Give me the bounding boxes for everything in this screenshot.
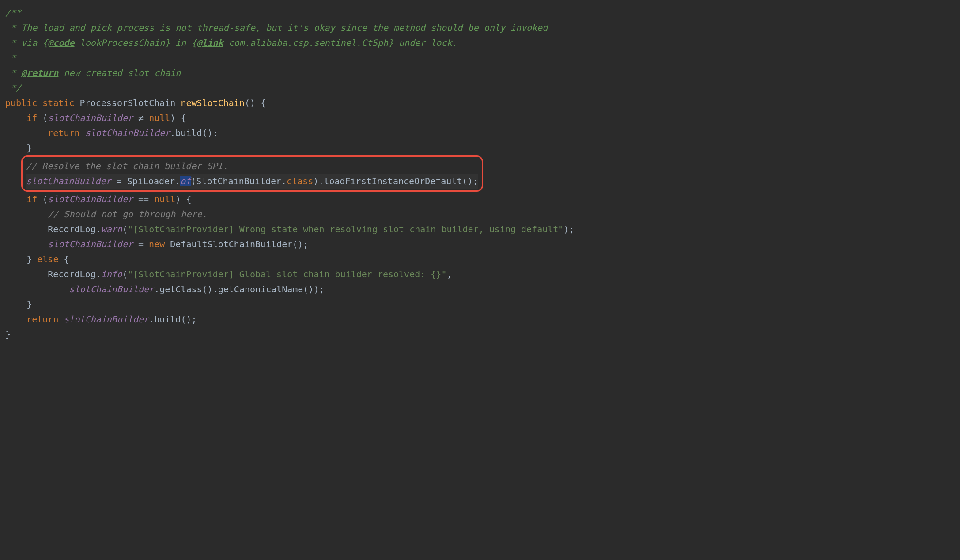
parens3: ()) <box>303 284 319 295</box>
parens: () { <box>245 98 266 108</box>
doc-line2-c: com.alibaba.csp.sentinel.CtSph} under lo… <box>223 38 457 48</box>
field-scb7: slotChainBuilder <box>64 314 149 325</box>
keyword-if2: if <box>26 194 37 204</box>
dot4: . <box>318 176 324 186</box>
null: null <box>149 113 170 123</box>
current-line: slotChainBuilder = SpiLoader.of(SlotChai… <box>26 174 478 189</box>
paren-open3: ( <box>42 194 48 204</box>
doc-close: */ <box>5 83 21 93</box>
neq: ≠ <box>133 113 149 123</box>
dot5: . <box>96 224 101 235</box>
null2: null <box>154 194 175 204</box>
doc-tag-link: @link <box>197 38 223 48</box>
paren-close3: ) <box>563 224 569 235</box>
paren-close2: ) <box>313 176 318 186</box>
field-scb: slotChainBuilder <box>48 113 133 123</box>
parens2: () <box>202 284 213 295</box>
dot6: . <box>96 269 101 280</box>
paren-close-brace2: ) { <box>175 194 191 204</box>
highlighted-code: // Resolve the slot chain builder SPI. s… <box>26 159 478 189</box>
doc-comment-open: /** <box>5 8 21 18</box>
recordlog2: RecordLog <box>48 269 95 280</box>
brace-close4: } <box>5 329 11 340</box>
brace-close1: } <box>26 143 32 153</box>
keyword-else: else <box>37 254 58 265</box>
doc-line4-a: * <box>5 68 21 78</box>
build-call2: build <box>154 314 181 325</box>
keyword-return2: return <box>26 314 58 325</box>
info: info <box>101 269 122 280</box>
eq: = <box>111 176 127 186</box>
doc-line1: * The load and pick process is not threa… <box>5 23 548 33</box>
dot9: . <box>149 314 154 325</box>
build-call: build <box>175 128 202 138</box>
dot7: . <box>154 284 159 295</box>
code-editor[interactable]: /** * The load and pick process is not t… <box>5 5 955 155</box>
warn: warn <box>101 224 122 235</box>
eqeq: == <box>133 194 154 204</box>
class-kw: class <box>287 176 313 186</box>
keyword-public: public <box>5 98 37 108</box>
keyword-new: new <box>149 239 165 250</box>
getclass: getClass <box>159 284 202 295</box>
doc-line2-a: * via { <box>5 38 48 48</box>
dot: . <box>170 128 175 138</box>
brace-open2: { <box>64 254 69 265</box>
call-end3: (); <box>292 239 308 250</box>
string-warn: "[SlotChainProvider] Wrong state when re… <box>128 224 563 235</box>
keyword-static: static <box>42 98 74 108</box>
keyword-return: return <box>48 128 79 138</box>
comment-resolve: // Resolve the slot chain builder SPI. <box>26 161 228 171</box>
semi2: ; <box>319 284 324 295</box>
field-scb4: slotChainBuilder <box>48 194 133 204</box>
getcanonical: getCanonicalName <box>218 284 303 295</box>
call-end2: (); <box>462 176 478 186</box>
comma: , <box>446 269 452 280</box>
method-name: newSlotChain <box>181 98 245 108</box>
spiloader: SpiLoader <box>127 176 175 186</box>
call-end4: (); <box>181 314 197 325</box>
code-editor-continued[interactable]: if (slotChainBuilder == null) { // Shoul… <box>5 192 955 342</box>
call-end: (); <box>202 128 218 138</box>
brace-close2: } <box>26 254 32 265</box>
keyword-if: if <box>26 113 37 123</box>
paren-open: ( <box>42 113 48 123</box>
field-scb2: slotChainBuilder <box>85 128 170 138</box>
comment-should: // Should not go through here. <box>48 209 207 219</box>
default-scb: DefaultSlotChainBuilder <box>170 239 292 250</box>
doc-tag-return: @return <box>21 68 58 78</box>
paren-close-brace: ) { <box>170 113 186 123</box>
of-method: of <box>180 176 191 186</box>
recordlog: RecordLog <box>48 224 95 235</box>
field-scb6: slotChainBuilder <box>69 284 155 295</box>
highlighted-code-box: // Resolve the slot chain builder SPI. s… <box>21 155 483 192</box>
field-scb5: slotChainBuilder <box>48 239 133 250</box>
doc-line4-b: new created slot chain <box>58 68 181 78</box>
brace-close3: } <box>26 299 32 310</box>
paren-open5: ( <box>122 269 128 280</box>
dot2: . <box>175 176 180 186</box>
dot3: . <box>281 176 287 186</box>
string-info: "[SlotChainProvider] Global slot chain b… <box>128 269 446 280</box>
paren-open2: ( <box>191 176 196 186</box>
doc-line3: * <box>5 53 16 63</box>
scb-type: SlotChainBuilder <box>196 176 281 186</box>
doc-tag-code: @code <box>48 38 74 48</box>
doc-line2-b: lookProcessChain} in { <box>75 38 197 48</box>
paren-open4: ( <box>122 224 128 235</box>
field-scb3: slotChainBuilder <box>26 176 111 186</box>
return-type: ProcessorSlotChain <box>80 98 176 108</box>
dot8: . <box>213 284 218 295</box>
eq2: = <box>133 239 149 250</box>
semi1: ; <box>569 224 574 235</box>
loadfirst: loadFirstInstanceOrDefault <box>324 176 462 186</box>
